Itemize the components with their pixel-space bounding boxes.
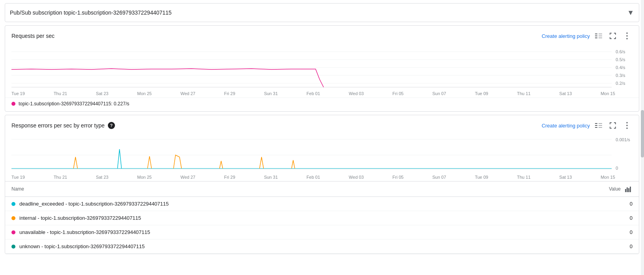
table-row: internal - topic-1.subscription-32697933… [5,211,639,225]
expand-icon-1[interactable] [607,30,618,41]
svg-rect-39 [630,187,631,192]
row-value-3: 0 [621,243,633,249]
legend-dot-1 [11,102,15,106]
svg-text:0: 0 [616,166,618,170]
svg-point-8 [626,38,628,39]
requests-per-sec-panel: Requests per sec Create alerting policy [5,25,639,112]
help-icon[interactable]: ? [108,122,115,129]
chart2-x-axis: Tue 19 Thu 21 Sat 23 Mon 25 Wed 27 Fri 2… [11,174,636,181]
svg-point-7 [626,35,628,37]
row-dot-2 [11,230,15,234]
svg-rect-37 [627,187,628,192]
svg-text:0.4/s: 0.4/s [616,65,625,70]
dropdown-label: Pub/Sub subscription topic-1.subscriptio… [10,9,171,16]
table-header: Name Value [5,181,639,197]
chart2-header: Response errors per sec by error type ? … [5,115,639,134]
row-value-0: 0 [621,201,633,207]
chart1-svg-area: 0.6/s 0.5/s 0.4/s 0.3/s 0.2/s Tue 19 Thu… [5,45,639,97]
svg-rect-38 [628,188,629,192]
row-value-2: 0 [621,229,633,235]
more-icon-1[interactable] [621,30,633,41]
more-icon-2[interactable] [621,120,633,131]
table-row: unknown - topic-1.subscription-326979337… [5,239,639,254]
svg-text:0.6/s: 0.6/s [616,49,625,54]
row-name-0: deadline_exceeded - topic-1.subscription… [19,201,169,207]
chart1-svg: 0.6/s 0.5/s 0.4/s 0.3/s 0.2/s [11,48,636,89]
row-dot-3 [11,245,15,249]
legend-icon-2[interactable] [593,120,604,131]
row-name-2: unavailable - topic-1.subscription-32697… [19,229,150,235]
scrollbar-track[interactable] [641,0,644,257]
table-row: deadline_exceeded - topic-1.subscription… [5,197,639,211]
col-name-header: Name [11,186,24,192]
chart2-table: Name Value deadline_exceeded - topic-1.s… [5,181,639,254]
expand-icon-2[interactable] [607,120,618,131]
svg-text:0.001/s: 0.001/s [616,137,630,142]
legend-label-1: topic-1.subscription-326979337229440711​… [19,101,129,107]
svg-rect-36 [625,189,626,192]
svg-point-6 [626,32,628,34]
chart2-actions: Create alerting policy [542,120,633,131]
chart1-x-axis: Tue 19 Thu 21 Sat 23 Mon 25 Wed 27 Fri 2… [11,90,636,97]
chart1-header: Requests per sec Create alerting policy [5,26,639,45]
chevron-down-icon: ▼ [627,9,634,17]
chart2-title: Response errors per sec by error type ? [11,122,115,129]
row-value-1: 0 [621,215,633,221]
svg-point-27 [626,125,628,126]
subscription-dropdown[interactable]: Pub/Sub subscription topic-1.subscriptio… [5,3,639,22]
chart-type-toggle[interactable] [624,185,633,193]
svg-point-26 [626,122,628,123]
col-value-header: Value [609,186,621,192]
svg-text:0.3/s: 0.3/s [616,73,625,78]
row-dot-0 [11,202,15,206]
row-dot-1 [11,216,15,220]
chart1-legend: topic-1.subscription-326979337229440711​… [5,97,639,111]
chart1-actions: Create alerting policy [542,30,633,41]
create-alerting-link-2[interactable]: Create alerting policy [542,123,590,129]
create-alerting-link-1[interactable]: Create alerting policy [542,33,590,39]
chart1-title: Requests per sec [11,33,55,39]
response-errors-panel: Response errors per sec by error type ? … [5,115,639,254]
svg-point-28 [626,127,628,129]
chart2-svg-area: 0.001/s 0 Tue 19 Thu 21 Sat 23 Mon 25 We… [5,134,639,181]
row-name-3: unknown - topic-1.subscription-326979337… [19,243,145,249]
table-row: unavailable - topic-1.subscription-32697… [5,225,639,239]
col-value-group: Value [609,185,633,193]
svg-text:0.2/s: 0.2/s [616,81,625,86]
svg-text:0.5/s: 0.5/s [616,57,625,62]
legend-icon-1[interactable] [593,30,604,41]
chart2-svg: 0.001/s 0 [11,137,636,173]
row-name-1: internal - topic-1.subscription-32697933… [19,215,141,221]
scrollbar-thumb[interactable] [641,110,644,157]
